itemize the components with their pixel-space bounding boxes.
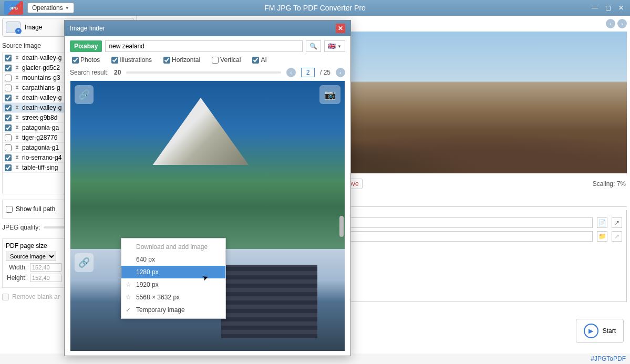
add-image-label: Image: [25, 24, 42, 31]
hourglass-icon: ⧗: [14, 164, 20, 171]
modal-close-button[interactable]: ✕: [336, 24, 345, 33]
file-checkbox[interactable]: [5, 85, 12, 91]
file-checkbox[interactable]: [5, 164, 12, 171]
page-input[interactable]: [301, 68, 315, 77]
hourglass-icon: ⧗: [14, 154, 20, 161]
window-controls: — ▢ ✕: [590, 3, 626, 13]
next-image-button[interactable]: ›: [617, 19, 627, 28]
filter-vertical[interactable]: Vertical: [212, 56, 241, 64]
hourglass-icon: ⧗: [14, 95, 20, 101]
hourglass-icon: ⧗: [14, 55, 20, 61]
file-name: death-valley-g: [22, 94, 61, 101]
filter-horizontal[interactable]: Horizontal: [163, 56, 200, 64]
star-icon: ☆: [126, 281, 131, 288]
height-label: Height:: [6, 274, 27, 282]
operations-button[interactable]: Operations ▼: [27, 3, 74, 13]
search-input[interactable]: [105, 40, 303, 52]
context-menu-header: Download and add image: [121, 241, 225, 253]
hourglass-icon: ⧗: [14, 144, 20, 151]
operations-label: Operations: [32, 4, 63, 12]
page-next-button[interactable]: ›: [336, 68, 345, 77]
height-input[interactable]: [30, 274, 61, 282]
search-icon: 🔍: [309, 43, 317, 50]
download-640px[interactable]: 640 px: [121, 253, 225, 266]
start-button[interactable]: ▶ Start: [576, 319, 624, 343]
filter-ai[interactable]: AI: [252, 56, 266, 64]
file-checkbox[interactable]: [5, 154, 12, 161]
width-input[interactable]: [30, 263, 61, 272]
file-checkbox[interactable]: [5, 105, 12, 111]
file-checkbox[interactable]: [5, 134, 12, 141]
file-checkbox[interactable]: [5, 65, 12, 71]
download-1280px[interactable]: 1280 px: [121, 266, 225, 278]
file-name: patagonia-ga: [22, 124, 59, 131]
hourglass-icon: ⧗: [14, 105, 20, 111]
file-checkbox[interactable]: [5, 55, 12, 61]
folder-icon[interactable]: 📁: [597, 231, 607, 242]
prev-image-button[interactable]: ‹: [606, 19, 615, 28]
file-checkbox[interactable]: [5, 115, 12, 121]
page-total: / 25: [320, 69, 331, 76]
result-image-1[interactable]: 🔗 📷: [70, 81, 345, 249]
maximize-icon[interactable]: ▢: [603, 3, 613, 13]
file-name: death-valley-g: [22, 104, 61, 111]
titlebar: JPG Operations ▼ FM JPG To PDF Converter…: [0, 0, 630, 16]
hashtag-link[interactable]: #JPGToPDF: [591, 355, 626, 362]
language-button[interactable]: 🇬🇧▼: [324, 40, 345, 52]
hourglass-icon: ⧗: [14, 134, 20, 141]
file-name: tiger-g28776: [22, 134, 57, 141]
camera-icon[interactable]: 📷: [319, 85, 340, 104]
filter-photos[interactable]: Photos: [72, 56, 100, 64]
file-checkbox[interactable]: [5, 75, 12, 81]
minimize-icon[interactable]: —: [590, 3, 600, 13]
chevron-down-icon: ▼: [65, 6, 69, 11]
search-result-count: 20: [114, 69, 121, 76]
app-title: FM JPG To PDF Converter Pro: [264, 4, 366, 12]
close-icon[interactable]: ✕: [616, 3, 626, 13]
result-row: Search result: 20 ‹ / 25 ›: [70, 68, 345, 77]
file-name: death-valley-g: [22, 54, 61, 61]
width-label: Width:: [6, 264, 27, 271]
check-icon: ✓: [126, 306, 131, 314]
scaling-label: Scaling: 7%: [593, 180, 626, 188]
open-folder-icon-2[interactable]: ↗: [612, 231, 622, 242]
download-original[interactable]: ☆5568 × 3632 px: [121, 291, 225, 304]
search-button[interactable]: 🔍: [306, 40, 321, 52]
search-result-label: Search result:: [70, 69, 109, 76]
file-name: street-g9b8d: [22, 114, 57, 121]
pdf-file-icon[interactable]: 📄: [597, 217, 607, 228]
jpeg-quality-label: JPEG quality:: [2, 224, 40, 231]
file-name: table-tiff-sing: [22, 164, 58, 171]
page-prev-button[interactable]: ‹: [286, 68, 296, 77]
modal-titlebar: Image finder ✕: [65, 20, 350, 36]
filter-illustrations[interactable]: Illustrations: [111, 56, 152, 64]
hourglass-icon: ⧗: [14, 115, 20, 121]
link-icon[interactable]: 🔗: [75, 253, 94, 272]
file-checkbox[interactable]: [5, 95, 12, 101]
chevron-down-icon: ▼: [337, 44, 342, 49]
file-checkbox[interactable]: [5, 124, 12, 131]
start-label: Start: [603, 327, 616, 335]
filter-row: Photos Illustrations Horizontal Vertical…: [70, 55, 345, 65]
app-icon: JPG: [4, 1, 23, 15]
download-context-menu: Download and add image 640 px 1280 px ☆1…: [121, 238, 226, 319]
temporary-image[interactable]: ✓Temporary image: [121, 304, 225, 316]
link-icon[interactable]: 🔗: [75, 85, 94, 104]
hourglass-icon: ⧗: [14, 65, 20, 71]
modal-title-text: Image finder: [70, 25, 105, 32]
file-name: rio-serrano-g4: [22, 154, 61, 161]
result-slider[interactable]: [126, 71, 281, 74]
file-name: patagonia-g1: [22, 144, 59, 151]
flag-uk-icon: 🇬🇧: [328, 43, 336, 50]
download-1920px[interactable]: ☆1920 px: [121, 278, 225, 291]
file-name: glacier-gd5c2: [22, 64, 60, 71]
file-name: carpathians-g: [22, 84, 60, 91]
file-checkbox[interactable]: [5, 144, 12, 151]
scrollbar-thumb[interactable]: [339, 216, 344, 237]
file-name: mountains-g3: [22, 74, 60, 81]
open-folder-icon[interactable]: ↗: [612, 217, 622, 228]
image-add-icon: [6, 22, 20, 33]
page-size-select[interactable]: Source image: [6, 252, 56, 261]
hourglass-icon: ⧗: [14, 75, 20, 81]
hourglass-icon: ⧗: [14, 124, 20, 131]
